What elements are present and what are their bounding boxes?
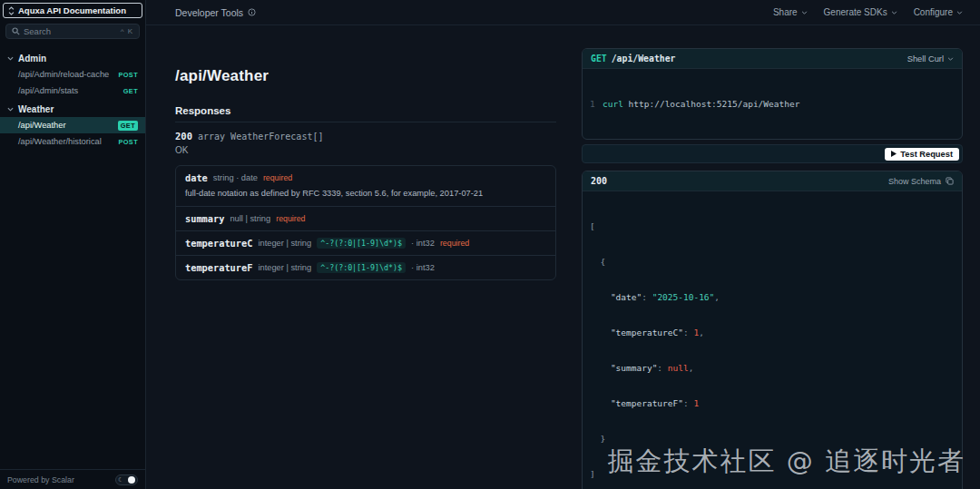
field-name: temperatureF: [185, 262, 252, 273]
configure-label: Configure: [914, 7, 953, 17]
field-format: · int32: [411, 239, 435, 248]
response-status-line: 200 array WeatherForecast[]: [175, 131, 556, 142]
field-type: integer | string: [258, 263, 311, 272]
chevron-down-icon: [956, 11, 963, 15]
info-icon[interactable]: [248, 8, 256, 16]
schema-fields-table: date string · date required full-date no…: [175, 165, 556, 280]
configure-button[interactable]: Configure: [914, 7, 963, 17]
field-description: full-date notation as defined by RFC 333…: [185, 188, 546, 200]
copy-icon[interactable]: [946, 177, 954, 185]
search-placeholder: Search: [24, 26, 51, 36]
field-required-flag: required: [263, 173, 292, 182]
status-type: array WeatherForecast[]: [198, 132, 323, 142]
field-name: temperatureC: [185, 238, 252, 249]
show-schema-label: Show Schema: [888, 177, 941, 186]
response-card-header: 200 Show Schema: [583, 171, 962, 191]
chevron-down-icon: [801, 11, 808, 15]
show-schema-toggle[interactable]: Show Schema: [888, 177, 954, 186]
generate-sdks-label: Generate SDKs: [824, 7, 887, 17]
api-document-selector[interactable]: Aquxa API Documentation: [3, 3, 142, 18]
sidebar-section-label: Weather: [18, 104, 54, 114]
field-type: integer | string: [258, 239, 311, 248]
topbar: Developer Tools Share Generate SDKs Conf…: [146, 0, 980, 25]
sidebar-item-path: /api/Admin/stats: [18, 86, 78, 95]
test-request-button[interactable]: Test Request: [885, 148, 959, 161]
client-library-label: Shell Curl: [907, 54, 944, 64]
chevron-down-icon: [947, 57, 954, 61]
field-format: · int32: [411, 263, 435, 272]
api-document-title: Aquxa API Documentation: [18, 5, 126, 15]
method-badge-post: POST: [119, 71, 138, 79]
powered-by-scalar-link[interactable]: Powered by Scalar: [7, 475, 74, 484]
generate-sdks-button[interactable]: Generate SDKs: [824, 7, 897, 17]
request-example-card: GET /api/Weather Shell Curl 1curl http:/…: [582, 48, 963, 140]
line-number: 1: [590, 98, 603, 110]
status-code: 200: [175, 131, 192, 142]
sidebar-item-weather-historical[interactable]: /api/Weather/historical POST: [0, 133, 145, 150]
request-method: GET: [591, 54, 607, 64]
sidebar-item-path: /api/Weather: [18, 121, 66, 130]
chevron-down-icon: [891, 11, 897, 15]
test-request-label: Test Request: [900, 150, 953, 159]
chevron-down-icon: [7, 107, 14, 112]
request-card-header: GET /api/Weather Shell Curl: [583, 49, 962, 69]
response-status-code: 200: [591, 176, 607, 186]
endpoint-title: /api/Weather: [175, 67, 556, 85]
developer-tools-label: Developer Tools: [175, 7, 243, 18]
search-input[interactable]: Search ^ K: [5, 24, 140, 39]
test-request-bar: Test Request: [582, 144, 963, 163]
moon-icon: ☾: [118, 476, 123, 483]
field-type: null | string: [230, 214, 270, 223]
field-required-flag: required: [276, 214, 305, 223]
method-badge-get: GET: [123, 87, 138, 95]
share-label: Share: [773, 7, 798, 17]
sidebar-section-admin[interactable]: Admin: [0, 50, 145, 66]
request-path: /api/Weather: [612, 54, 676, 64]
search-icon: [12, 27, 20, 35]
table-row: temperatureC integer | string ^-?(?:0|[1…: [176, 230, 555, 255]
status-description: OK: [175, 145, 556, 155]
response-example-card: 200 Show Schema [ { "date": "2025-10-16"…: [582, 171, 963, 489]
field-pattern-badge: ^-?(?:0|[1-9]\d*)$: [317, 238, 406, 249]
field-name: date: [185, 172, 208, 183]
developer-tools: Developer Tools: [175, 7, 256, 18]
updown-chevrons-icon: [8, 6, 15, 15]
field-name: summary: [185, 213, 224, 224]
method-badge-get: GET: [118, 121, 138, 131]
chevron-down-icon: [7, 56, 14, 61]
responses-heading: Responses: [175, 105, 556, 122]
dark-mode-toggle[interactable]: ☾: [115, 474, 138, 485]
search-shortcut: ^ K: [121, 27, 133, 35]
sidebar-item-weather[interactable]: /api/Weather GET: [0, 117, 145, 133]
sidebar-section-weather[interactable]: Weather: [0, 101, 145, 117]
sidebar-footer: Powered by Scalar ☾: [0, 469, 145, 489]
sidebar-nav: Admin /api/Admin/reload-cache POST /api/…: [0, 41, 145, 469]
sidebar-item-admin-reload-cache[interactable]: /api/Admin/reload-cache POST: [0, 66, 145, 83]
topbar-actions: Share Generate SDKs Configure: [773, 7, 963, 17]
field-type: string · date: [213, 173, 258, 182]
play-icon: [891, 151, 897, 157]
client-library-select[interactable]: Shell Curl: [907, 54, 954, 64]
sidebar: Aquxa API Documentation Search ^ K Admin…: [0, 0, 146, 489]
sidebar-item-path: /api/Weather/historical: [18, 137, 102, 146]
table-row: temperatureF integer | string ^-?(?:0|[1…: [176, 255, 555, 279]
main-area: Developer Tools Share Generate SDKs Conf…: [146, 0, 980, 489]
method-badge-post: POST: [119, 138, 138, 146]
sidebar-item-path: /api/Admin/reload-cache: [18, 70, 109, 79]
response-json-block: [ { "date": "2025-10-16", "temperatureC"…: [583, 191, 962, 489]
sidebar-section-label: Admin: [18, 54, 46, 64]
request-code-block: 1curl http://localhost:5215/api/Weather: [583, 69, 962, 139]
toggle-knob: [128, 476, 135, 484]
endpoint-weather: /api/Weather Responses 200 array Weather…: [175, 25, 963, 489]
scalar-api-docs-app: Aquxa API Documentation Search ^ K Admin…: [0, 0, 980, 489]
share-button[interactable]: Share: [773, 7, 808, 17]
docs-content: /api/Weather Responses 200 array Weather…: [146, 25, 980, 489]
table-row: summary null | string required: [176, 206, 555, 230]
sidebar-item-admin-stats[interactable]: /api/Admin/stats GET: [0, 83, 145, 99]
field-pattern-badge: ^-?(?:0|[1-9]\d*)$: [317, 262, 406, 273]
field-required-flag: required: [440, 239, 469, 248]
table-row: date string · date required full-date no…: [176, 166, 555, 206]
